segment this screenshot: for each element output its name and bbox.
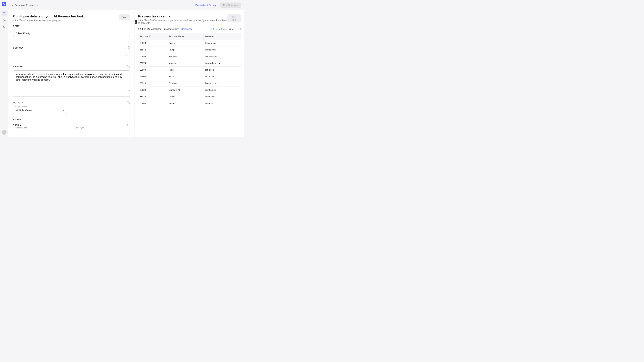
- table-cell: stripe.com: [204, 73, 241, 80]
- svg-rect-8: [240, 29, 240, 30]
- table-row[interactable]: 65859Webflowwebflow.com: [138, 53, 241, 60]
- table-cell: 65889: [138, 66, 167, 73]
- run-test-button[interactable]: Run Test: [228, 14, 241, 22]
- table-cell: plaid.com: [204, 66, 241, 73]
- preview-title: Preview task results: [138, 14, 228, 18]
- nav-tasks-icon[interactable]: [2, 11, 7, 16]
- view-list-icon[interactable]: [235, 28, 238, 30]
- filename-text: prospects.csv: [164, 28, 179, 30]
- table-cell: hover.to: [204, 100, 241, 107]
- table-cell: 65874: [138, 60, 167, 66]
- configure-title: Configure details of your AI Researcher …: [13, 14, 85, 18]
- table-cell: gusto.com: [204, 93, 241, 100]
- value-1-label: Value 1:: [13, 123, 22, 126]
- configure-subtitle: Click "Save" at any time to save your pr…: [13, 19, 85, 22]
- chevron-left-icon: [12, 4, 14, 6]
- svg-rect-2: [235, 28, 238, 28]
- table-row[interactable]: 65874Ironcladironcladapp.com: [138, 60, 241, 66]
- table-cell: Eightfold AI: [167, 87, 204, 93]
- output-format-select[interactable]: Multiple Values: [13, 107, 67, 114]
- user-avatar[interactable]: [2, 130, 6, 135]
- svg-rect-4: [235, 30, 238, 30]
- exit-button[interactable]: Exit Without Saving: [193, 2, 218, 8]
- source-select[interactable]: [13, 52, 130, 59]
- table-cell: fivetran.com: [204, 80, 241, 87]
- table-row[interactable]: 65919Fivetranfivetran.com: [138, 80, 241, 87]
- table-cell: Discord: [167, 40, 204, 46]
- configure-panel: Configure details of your AI Researcher …: [8, 10, 135, 137]
- table-row[interactable]: 65889Plaidplaid.com: [138, 66, 241, 73]
- save-button[interactable]: Save: [119, 14, 130, 20]
- view-grid-icon[interactable]: [238, 28, 241, 30]
- table-cell: 65829: [138, 40, 167, 46]
- app-logo[interactable]: [2, 2, 6, 6]
- table-cell: Fivetran: [167, 80, 204, 87]
- table-row[interactable]: 65904Stripestripe.com: [138, 73, 241, 80]
- back-link[interactable]: Back to AI Researchers: [12, 4, 39, 6]
- expand-icon: [210, 28, 212, 30]
- table-cell: Plaid: [167, 66, 204, 73]
- pencil-icon: [181, 28, 184, 30]
- run-task-button[interactable]: Run Task Now: [220, 2, 241, 8]
- values-label: VALUES*: [13, 118, 130, 121]
- table-cell: 65964: [138, 100, 167, 107]
- svg-rect-6: [240, 28, 240, 29]
- svg-rect-7: [238, 29, 240, 30]
- table-cell: Webflow: [167, 53, 204, 60]
- table-cell: webflow.com: [204, 53, 241, 60]
- nav-settings-icon[interactable]: [2, 18, 7, 23]
- divider: [13, 41, 130, 42]
- table-cell: Ironclad: [167, 60, 204, 66]
- attribute-label-input[interactable]: [13, 128, 70, 135]
- source-label: SOURCE*: [13, 47, 23, 49]
- chevron-double-left-icon: [135, 21, 136, 23]
- topbar: Back to AI Researchers Exit Without Savi…: [8, 0, 244, 10]
- range-text: 1-10: [138, 28, 143, 30]
- table-cell: 65919: [138, 80, 167, 87]
- output-label: OUTPUT*: [13, 102, 23, 104]
- preview-subtitle: Click "Run Test" at any time to preview …: [138, 19, 228, 24]
- attribute-label: Attribute Label: [15, 127, 28, 129]
- value-type-label: Value Type: [74, 127, 85, 129]
- table-cell: 65934: [138, 87, 167, 93]
- table-header: Account ID: [138, 33, 167, 40]
- table-header: Website: [204, 33, 241, 40]
- table-cell: 65844: [138, 46, 167, 53]
- svg-rect-3: [235, 29, 238, 29]
- table-cell: Discord.com: [204, 40, 241, 46]
- table-cell: Hover: [167, 100, 204, 107]
- table-cell: 65949: [138, 93, 167, 100]
- table-row[interactable]: 65829DiscordDiscord.com: [138, 40, 241, 46]
- output-format-label: Output Format: [15, 105, 28, 107]
- table-row[interactable]: 65949Gustogusto.com: [138, 93, 241, 100]
- collapse-panel-button[interactable]: [135, 20, 137, 24]
- total-text: 25: [148, 28, 150, 30]
- name-input[interactable]: [13, 30, 130, 37]
- table-cell: eightfold.ai: [204, 87, 241, 93]
- prompt-textarea[interactable]: Your goal is to determine if the company…: [13, 70, 130, 91]
- sidebar: [0, 0, 8, 137]
- nav-hint-icon[interactable]: [2, 24, 7, 30]
- source-info-icon[interactable]: i: [127, 46, 130, 49]
- table-cell: Stripe: [167, 73, 204, 80]
- change-link[interactable]: Change: [181, 28, 192, 30]
- table-cell: Ramp: [167, 46, 204, 53]
- table-header: Account Name: [167, 33, 204, 40]
- view-toggle: View:: [229, 28, 241, 30]
- table-row[interactable]: 65844RampRamp.com: [138, 46, 241, 53]
- prompt-info-icon[interactable]: i: [127, 65, 130, 68]
- prompt-label: PROMPT*: [13, 65, 23, 68]
- table-cell: Ramp.com: [204, 46, 241, 53]
- name-label: NAME*: [13, 25, 130, 27]
- table-row[interactable]: 65934Eightfold AIeightfold.ai: [138, 87, 241, 93]
- table-row[interactable]: 65964Hoverhover.to: [138, 100, 241, 107]
- delete-value-icon[interactable]: [127, 123, 130, 126]
- table-cell: 65859: [138, 53, 167, 60]
- output-info-icon[interactable]: i: [127, 101, 130, 104]
- preview-panel: Preview task results Click "Run Test" at…: [135, 10, 244, 137]
- preview-meta: 1-10 of 25 accounts • prospects.csv Chan…: [138, 28, 241, 30]
- table-cell: 65904: [138, 73, 167, 80]
- table-cell: Gusto: [167, 93, 204, 100]
- value-type-select[interactable]: [73, 128, 130, 135]
- expand-rows-link[interactable]: Expand Rows: [210, 28, 226, 30]
